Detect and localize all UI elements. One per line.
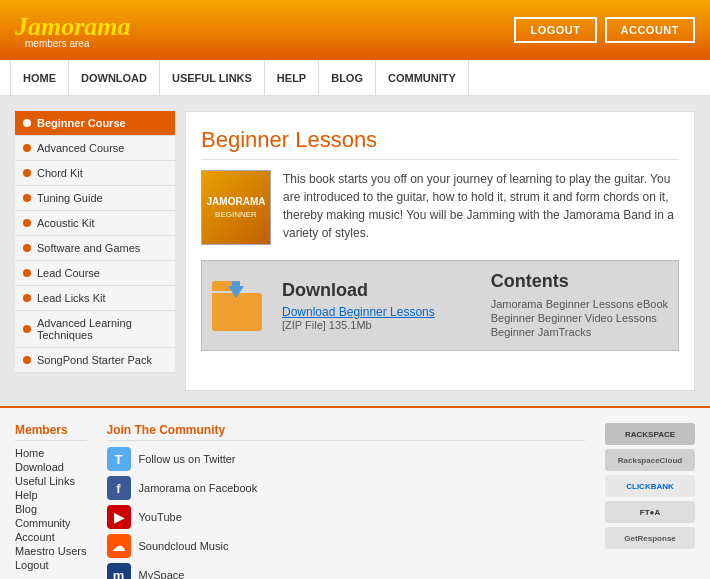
sidebar-item-advanced-learning[interactable]: Advanced Learning Techniques [15,311,175,348]
download-link[interactable]: Download Beginner Lessons [282,305,435,319]
header-buttons: LOGOUT ACCOUNT [514,17,695,43]
folder-icon [212,281,267,331]
content-text: This book starts you off on your journey… [283,170,679,245]
sidebar-item-chord-kit[interactable]: Chord Kit [15,161,175,186]
footer-members-section: Members Home Download Useful Links Help … [15,423,87,579]
sidebar-dot [23,194,31,202]
myspace-label: MySpace [139,569,185,579]
clickbank-badge: CLICKBANK [605,475,695,497]
content-item-1: Jamorama Beginner Lessons eBook [491,298,668,310]
download-box: Download Download Beginner Lessons [ZIP … [201,260,679,351]
sidebar-item-software-games[interactable]: Software and Games [15,236,175,261]
main-content: Beginner Lessons JAMORAMA BEGINNER This … [185,111,695,391]
footer-members-title: Members [15,423,87,441]
sidebar-dot [23,269,31,277]
sidebar-item-lead-course[interactable]: Lead Course [15,261,175,286]
footer-link-useful-links[interactable]: Useful Links [15,475,87,487]
download-section-title: Download [282,280,476,301]
sidebar-dot [23,294,31,302]
facebook-icon: f [107,476,131,500]
content-description-area: JAMORAMA BEGINNER This book starts you o… [201,170,679,245]
footer-link-home[interactable]: Home [15,447,87,459]
footer-link-blog[interactable]: Blog [15,503,87,515]
sidebar-dot [23,244,31,252]
facebook-label: Jamorama on Facebook [139,482,258,494]
footer-link-community[interactable]: Community [15,517,87,529]
content-item-2: Beginner Beginner Video Lessons [491,312,668,324]
sidebar-dot [23,144,31,152]
youtube-label: YouTube [139,511,182,523]
download-info: Download Download Beginner Lessons [ZIP … [282,280,476,331]
footer-link-account[interactable]: Account [15,531,87,543]
sidebar-item-tuning-guide[interactable]: Tuning Guide [15,186,175,211]
social-soundcloud[interactable]: ☁ Soundcloud Music [107,534,585,558]
footer-link-download[interactable]: Download [15,461,87,473]
members-area-label: members area [25,38,131,49]
sidebar-dot [23,169,31,177]
sidebar: Beginner Course Advanced Course Chord Ki… [15,111,175,391]
social-facebook[interactable]: f Jamorama on Facebook [107,476,585,500]
nav-useful-links[interactable]: USEFUL LINKS [160,60,265,96]
soundcloud-label: Soundcloud Music [139,540,229,552]
sidebar-item-songpond[interactable]: SongPond Starter Pack [15,348,175,373]
rackspace-badge: RACKSPACE [605,423,695,445]
social-youtube[interactable]: ▶ YouTube [107,505,585,529]
footer: Members Home Download Useful Links Help … [0,406,710,579]
myspace-icon: m [107,563,131,579]
footer-community-title: Join The Community [107,423,585,441]
logo-area: Jamorama members area [15,12,131,49]
sidebar-item-acoustic-kit[interactable]: Acoustic Kit [15,211,175,236]
social-twitter[interactable]: T Follow us on Twitter [107,447,585,471]
book-image: JAMORAMA BEGINNER [201,170,271,245]
nav-bar: HOME DOWNLOAD USEFUL LINKS HELP BLOG COM… [0,60,710,96]
sidebar-dot [23,119,31,127]
download-file-info: [ZIP File] 135.1Mb [282,319,476,331]
sidebar-dot [23,325,31,333]
footer-link-help[interactable]: Help [15,489,87,501]
contents-title: Contents [491,271,668,292]
header: Jamorama members area LOGOUT ACCOUNT [0,0,710,60]
social-myspace[interactable]: m MySpace [107,563,585,579]
arrow-down [228,286,244,298]
content-title: Beginner Lessons [201,127,679,160]
twitter-label: Follow us on Twitter [139,453,236,465]
footer-link-maestro[interactable]: Maestro Users [15,545,87,557]
getresponse-badge: GetResponse [605,527,695,549]
sidebar-dot [23,356,31,364]
logout-button[interactable]: LOGOUT [514,17,596,43]
nav-help[interactable]: HELP [265,60,319,96]
main-wrapper: Beginner Course Advanced Course Chord Ki… [0,96,710,406]
sidebar-item-lead-licks[interactable]: Lead Licks Kit [15,286,175,311]
sidebar-item-beginner-course[interactable]: Beginner Course [15,111,175,136]
nav-blog[interactable]: BLOG [319,60,376,96]
sidebar-dot [23,219,31,227]
contents-section: Contents Jamorama Beginner Lessons eBook… [491,271,668,340]
twitter-icon: T [107,447,131,471]
fta-badge: FT●A [605,501,695,523]
youtube-icon: ▶ [107,505,131,529]
footer-community-section: Join The Community T Follow us on Twitte… [107,423,585,579]
account-button[interactable]: ACCOUNT [605,17,696,43]
nav-home[interactable]: HOME [10,60,69,96]
soundcloud-icon: ☁ [107,534,131,558]
rackspace-cloud-badge: RackspaceCloud [605,449,695,471]
footer-link-logout[interactable]: Logout [15,559,87,571]
sidebar-item-advanced-course[interactable]: Advanced Course [15,136,175,161]
nav-download[interactable]: DOWNLOAD [69,60,160,96]
footer-badges: RACKSPACE RackspaceCloud CLICKBANK FT●A … [605,423,695,579]
content-item-3: Beginner JamTracks [491,326,668,338]
folder-body [212,293,262,331]
nav-community[interactable]: COMMUNITY [376,60,469,96]
